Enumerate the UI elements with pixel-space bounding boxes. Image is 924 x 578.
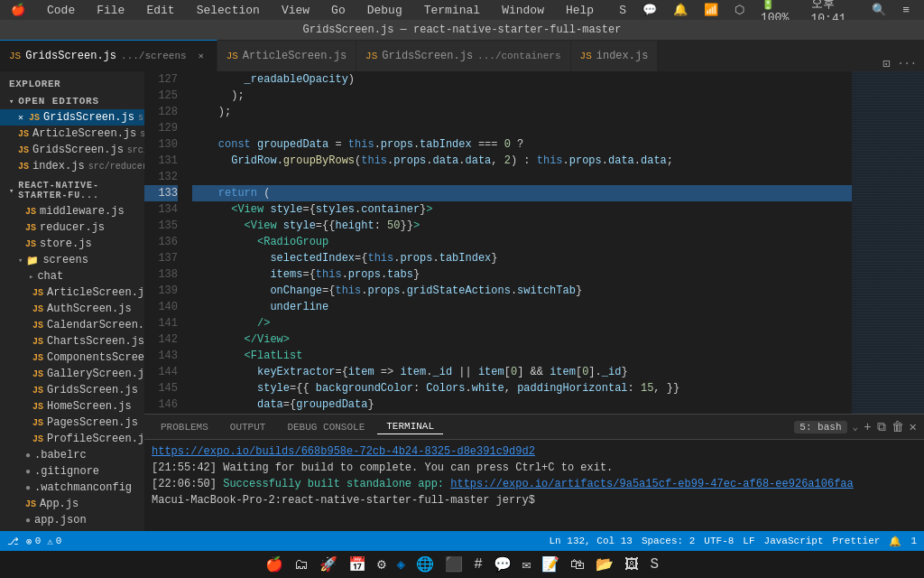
menu-view[interactable]: View — [278, 3, 313, 18]
code-line: GridRow.groupByRows(this.props.data.data… — [192, 153, 852, 169]
tab-index[interactable]: JS index.js — [571, 40, 659, 71]
file-reducer[interactable]: JS reducer.js — [0, 219, 144, 236]
line-numbers: 127 125 128 129 130 131 132 133 134 135 … — [144, 71, 185, 414]
chrome-icon[interactable]: 🌐 — [416, 555, 434, 573]
menu-window[interactable]: Window — [498, 3, 548, 18]
messages-icon[interactable]: 💬 — [494, 555, 512, 573]
file-name: ArticleScreen.js — [32, 127, 136, 140]
tab-article-screen[interactable]: JS ArticleScreen.js — [217, 40, 356, 71]
menu-bar: 🍎 Code File Edit Selection View Go Debug… — [0, 0, 924, 20]
tab-problems[interactable]: PROBLEMS — [152, 420, 217, 434]
folder-screens[interactable]: ▾ 📁 screens — [0, 252, 144, 268]
file-babelrc[interactable]: ● .babelrc — [0, 447, 144, 463]
open-editor-index[interactable]: JS index.js src/reducers/... — [0, 158, 144, 174]
status-bar: ⎇ ⊗ 0 ⚠ 0 Ln 132, Col 13 Spaces: 2 UTF-8… — [0, 531, 924, 551]
folder-chat[interactable]: ▸ chat — [0, 268, 144, 284]
skype-taskbar-icon[interactable]: S — [650, 556, 659, 573]
finder-icon[interactable]: 🗂 — [294, 556, 309, 573]
system-prefs-icon[interactable]: ⚙ — [377, 555, 386, 573]
open-editor-grids-screens[interactable]: ✕ JS GridsScreen.js src/... — [0, 109, 144, 126]
more-actions-icon[interactable]: ··· — [897, 58, 917, 70]
code-line: <View style={styles.container}> — [192, 201, 852, 218]
notification-count: 1 — [910, 536, 917, 546]
file-charts-screen[interactable]: JS ChartsScreen.js — [0, 333, 144, 350]
file-home-screen[interactable]: JS HomeScreen.js — [0, 398, 144, 415]
appstore-icon[interactable]: 🛍 — [570, 556, 585, 573]
menu-help[interactable]: Help — [562, 3, 597, 18]
menu-code[interactable]: Code — [43, 3, 79, 18]
file-app-json[interactable]: ● app.json — [0, 512, 144, 528]
folder-name: screens — [42, 254, 88, 266]
file-components-screen[interactable]: JS ComponentsScreen.js — [0, 350, 144, 366]
terminal-dock-icon[interactable]: ⬛ — [445, 555, 463, 573]
code-line: return ( — [192, 185, 852, 201]
tab-close-button[interactable]: ✕ — [195, 50, 208, 62]
file-store[interactable]: JS store.js — [0, 236, 144, 252]
preview-icon[interactable]: 🖼 — [624, 556, 639, 573]
terminal-content[interactable]: https://expo.io/builds/668b958e-72cb-4b2… — [144, 440, 924, 531]
file-watchmanconfig[interactable]: ● .watchmanconfig — [0, 480, 144, 496]
split-editor-icon[interactable]: ⊡ — [882, 56, 890, 71]
search-icon[interactable]: 🔍 — [868, 2, 890, 18]
file-auth-screen[interactable]: JS AuthScreen.js — [0, 301, 144, 317]
open-editors-section[interactable]: ▾ OPEN EDITORS — [0, 93, 144, 109]
expo-build-link[interactable]: https://expo.io/builds/668b958e-72cb-4b2… — [152, 445, 535, 458]
cursor-position: Ln 132, Col 13 — [550, 536, 633, 546]
dot-icon: ● — [25, 483, 31, 493]
control-center-icon[interactable]: ≡ — [899, 3, 913, 18]
file-pages-screen[interactable]: JS PagesScreen.js — [0, 415, 144, 431]
menu-go[interactable]: Go — [328, 3, 349, 18]
file-gitignore[interactable]: ● .gitignore — [0, 463, 144, 480]
tab-grids-containers[interactable]: JS GridsScreen.js .../containers — [356, 40, 570, 71]
expo-artifact-link[interactable]: https://expo.io/artifacts/9a5a15cf-eb99-… — [450, 478, 853, 490]
code-line: const groupedData = this.props.tabIndex … — [192, 136, 852, 153]
status-right: Ln 132, Col 13 Spaces: 2 UTF-8 LF JavaSc… — [550, 536, 918, 547]
open-editor-article[interactable]: JS ArticleScreen.js src/... — [0, 126, 144, 142]
menu-edit[interactable]: Edit — [143, 3, 178, 18]
file-middleware[interactable]: JS middleware.js — [0, 203, 144, 219]
notes-icon[interactable]: 📝 — [541, 555, 559, 573]
status-left: ⎇ ⊗ 0 ⚠ 0 — [7, 536, 61, 547]
file-profile-screen[interactable]: JS ProfileScreen.js — [0, 431, 144, 447]
tab-debug-console[interactable]: DEBUG CONSOLE — [278, 420, 374, 434]
code-content[interactable]: _readableOpacity) ); ); const groupedDat… — [185, 71, 852, 414]
close-terminal-button[interactable]: ✕ — [910, 419, 917, 434]
notifications-icon[interactable]: 🔔 — [889, 536, 901, 547]
error-count[interactable]: ⊗ 0 ⚠ 0 — [26, 536, 61, 547]
taskbar: 🍎 🗂 🚀 📅 ⚙ ◈ 🌐 ⬛ # 💬 ✉ 📝 🛍 📂 🖼 S — [0, 551, 924, 578]
tab-sublabel: .../containers — [477, 51, 560, 61]
launchpad-icon[interactable]: 🚀 — [319, 555, 337, 573]
menu-debug[interactable]: Debug — [364, 3, 406, 18]
split-terminal-button[interactable]: ⧉ — [877, 420, 886, 434]
tab-grids-screens[interactable]: JS GridsScreen.js .../screens ✕ — [0, 40, 217, 71]
apple-icon[interactable]: 🍎 — [7, 2, 29, 18]
close-icon[interactable]: ✕ — [18, 112, 23, 123]
file-gallery-screen[interactable]: JS GalleryScreen.js — [0, 366, 144, 382]
bash-label: 5: bash — [794, 421, 846, 434]
add-terminal-button[interactable]: + — [864, 420, 871, 434]
js-file-icon: JS — [18, 145, 29, 155]
calendar-icon[interactable]: 📅 — [348, 555, 366, 573]
menu-terminal[interactable]: Terminal — [420, 3, 484, 18]
tab-output[interactable]: OUTPUT — [221, 420, 275, 434]
file-grids-screen[interactable]: JS GridsScreen.js — [0, 382, 144, 398]
mail-icon[interactable]: ✉ — [522, 555, 531, 573]
language-mode[interactable]: JavaScript — [764, 536, 824, 546]
open-editor-grids2[interactable]: JS GridsScreen.js src/c... — [0, 142, 144, 158]
minimap — [852, 71, 924, 414]
file-app-js[interactable]: JS App.js — [0, 496, 144, 512]
tab-terminal[interactable]: TERMINAL — [377, 419, 443, 434]
file-article-screen[interactable]: JS ArticleScreen.js — [0, 284, 144, 301]
file-calendar-screen[interactable]: JS CalendarScreen.js — [0, 317, 144, 333]
dot-icon: ● — [25, 451, 31, 461]
menu-file[interactable]: File — [93, 3, 128, 18]
project-section[interactable]: ▾ REACT-NATIVE-STARTER-FU... — [0, 178, 144, 203]
js-icon: JS — [365, 51, 377, 61]
filezilla-icon[interactable]: 📂 — [596, 555, 614, 573]
menu-selection[interactable]: Selection — [193, 3, 263, 18]
code-panel: 127 125 128 129 130 131 132 133 134 135 … — [144, 71, 924, 414]
vscode-icon[interactable]: ◈ — [397, 555, 406, 573]
trash-terminal-button[interactable]: 🗑 — [892, 420, 904, 434]
slack-icon[interactable]: # — [474, 556, 483, 573]
formatter[interactable]: Prettier — [833, 536, 881, 546]
